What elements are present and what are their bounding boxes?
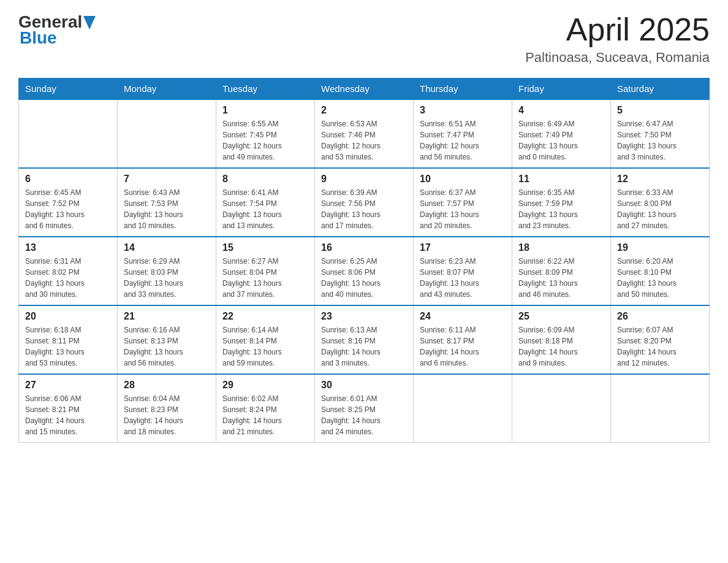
calendar-cell: 7Sunrise: 6:43 AM Sunset: 7:53 PM Daylig… [118,168,216,237]
day-info: Sunrise: 6:02 AM Sunset: 8:24 PM Dayligh… [222,393,308,437]
day-info: Sunrise: 6:51 AM Sunset: 7:47 PM Dayligh… [420,118,506,163]
day-number: 10 [420,174,506,185]
calendar-cell [512,374,611,443]
day-number: 13 [25,242,111,253]
day-info: Sunrise: 6:16 AM Sunset: 8:13 PM Dayligh… [124,324,210,369]
weekday-header-thursday: Thursday [414,79,512,100]
day-info: Sunrise: 6:33 AM Sunset: 8:00 PM Dayligh… [617,187,703,231]
location-title: Paltinoasa, Suceava, Romania [525,50,710,66]
weekday-header-sunday: Sunday [19,79,118,100]
calendar-cell: 26Sunrise: 6:07 AM Sunset: 8:20 PM Dayli… [611,305,710,374]
day-info: Sunrise: 6:41 AM Sunset: 7:54 PM Dayligh… [222,187,308,231]
calendar-cell: 12Sunrise: 6:33 AM Sunset: 8:00 PM Dayli… [611,168,710,237]
day-info: Sunrise: 6:37 AM Sunset: 7:57 PM Dayligh… [420,187,506,231]
calendar-week-row: 1Sunrise: 6:55 AM Sunset: 7:45 PM Daylig… [19,99,710,168]
calendar-cell [19,99,118,168]
weekday-header-monday: Monday [118,79,216,100]
day-number: 4 [518,105,604,116]
weekday-header-friday: Friday [512,79,611,100]
day-info: Sunrise: 6:01 AM Sunset: 8:25 PM Dayligh… [321,393,407,437]
calendar-cell: 16Sunrise: 6:25 AM Sunset: 8:06 PM Dayli… [315,237,414,305]
title-block: April 2025 Paltinoasa, Suceava, Romania [525,12,710,66]
calendar-cell: 27Sunrise: 6:06 AM Sunset: 8:21 PM Dayli… [19,374,118,443]
day-info: Sunrise: 6:47 AM Sunset: 7:50 PM Dayligh… [617,118,703,163]
logo-triangle-icon [83,16,96,29]
calendar-cell: 21Sunrise: 6:16 AM Sunset: 8:13 PM Dayli… [118,305,216,374]
calendar-cell: 3Sunrise: 6:51 AM Sunset: 7:47 PM Daylig… [414,99,512,168]
day-number: 5 [617,105,703,116]
day-info: Sunrise: 6:27 AM Sunset: 8:04 PM Dayligh… [222,256,308,300]
calendar-cell [414,374,512,443]
calendar-cell: 20Sunrise: 6:18 AM Sunset: 8:11 PM Dayli… [19,305,118,374]
calendar-cell: 2Sunrise: 6:53 AM Sunset: 7:46 PM Daylig… [315,99,414,168]
day-number: 23 [321,311,407,322]
weekday-header-wednesday: Wednesday [315,79,414,100]
calendar-cell [611,374,710,443]
day-number: 24 [420,311,506,322]
calendar-week-row: 6Sunrise: 6:45 AM Sunset: 7:52 PM Daylig… [19,168,710,237]
weekday-header-row: SundayMondayTuesdayWednesdayThursdayFrid… [19,79,710,100]
calendar-cell: 22Sunrise: 6:14 AM Sunset: 8:14 PM Dayli… [216,305,315,374]
day-info: Sunrise: 6:29 AM Sunset: 8:03 PM Dayligh… [124,256,210,300]
calendar-cell: 29Sunrise: 6:02 AM Sunset: 8:24 PM Dayli… [216,374,315,443]
day-info: Sunrise: 6:13 AM Sunset: 8:16 PM Dayligh… [321,324,407,369]
calendar-cell: 24Sunrise: 6:11 AM Sunset: 8:17 PM Dayli… [414,305,512,374]
day-info: Sunrise: 6:07 AM Sunset: 8:20 PM Dayligh… [617,324,703,369]
day-info: Sunrise: 6:31 AM Sunset: 8:02 PM Dayligh… [25,256,111,300]
day-number: 2 [321,105,407,116]
day-number: 27 [25,380,111,391]
day-number: 17 [420,242,506,253]
day-number: 21 [124,311,210,322]
day-number: 12 [617,174,703,185]
calendar-cell: 11Sunrise: 6:35 AM Sunset: 7:59 PM Dayli… [512,168,611,237]
calendar-cell: 15Sunrise: 6:27 AM Sunset: 8:04 PM Dayli… [216,237,315,305]
calendar-week-row: 20Sunrise: 6:18 AM Sunset: 8:11 PM Dayli… [19,305,710,374]
day-number: 14 [124,242,210,253]
calendar-cell: 5Sunrise: 6:47 AM Sunset: 7:50 PM Daylig… [611,99,710,168]
day-info: Sunrise: 6:20 AM Sunset: 8:10 PM Dayligh… [617,256,703,300]
day-info: Sunrise: 6:04 AM Sunset: 8:23 PM Dayligh… [124,393,210,437]
day-number: 7 [124,174,210,185]
day-info: Sunrise: 6:45 AM Sunset: 7:52 PM Dayligh… [25,187,111,231]
calendar-cell [118,99,216,168]
calendar-cell: 8Sunrise: 6:41 AM Sunset: 7:54 PM Daylig… [216,168,315,237]
day-info: Sunrise: 6:11 AM Sunset: 8:17 PM Dayligh… [420,324,506,369]
calendar-cell: 13Sunrise: 6:31 AM Sunset: 8:02 PM Dayli… [19,237,118,305]
day-info: Sunrise: 6:55 AM Sunset: 7:45 PM Dayligh… [222,118,308,163]
calendar-cell: 28Sunrise: 6:04 AM Sunset: 8:23 PM Dayli… [118,374,216,443]
logo-blue-text: Blue [20,28,57,48]
day-info: Sunrise: 6:14 AM Sunset: 8:14 PM Dayligh… [222,324,308,369]
logo: General Blue [18,12,96,48]
day-number: 1 [222,105,308,116]
day-number: 29 [222,380,308,391]
day-number: 30 [321,380,407,391]
day-info: Sunrise: 6:43 AM Sunset: 7:53 PM Dayligh… [124,187,210,231]
day-number: 25 [518,311,604,322]
day-info: Sunrise: 6:35 AM Sunset: 7:59 PM Dayligh… [518,187,604,231]
calendar-cell: 1Sunrise: 6:55 AM Sunset: 7:45 PM Daylig… [216,99,315,168]
day-info: Sunrise: 6:53 AM Sunset: 7:46 PM Dayligh… [321,118,407,163]
day-info: Sunrise: 6:49 AM Sunset: 7:49 PM Dayligh… [518,118,604,163]
day-number: 26 [617,311,703,322]
calendar-cell: 23Sunrise: 6:13 AM Sunset: 8:16 PM Dayli… [315,305,414,374]
calendar-cell: 14Sunrise: 6:29 AM Sunset: 8:03 PM Dayli… [118,237,216,305]
day-number: 8 [222,174,308,185]
day-number: 28 [124,380,210,391]
month-title: April 2025 [525,12,710,47]
day-number: 11 [518,174,604,185]
calendar-cell: 30Sunrise: 6:01 AM Sunset: 8:25 PM Dayli… [315,374,414,443]
day-number: 15 [222,242,308,253]
calendar-week-row: 13Sunrise: 6:31 AM Sunset: 8:02 PM Dayli… [19,237,710,305]
day-number: 18 [518,242,604,253]
day-number: 6 [25,174,111,185]
calendar-body: 1Sunrise: 6:55 AM Sunset: 7:45 PM Daylig… [19,99,710,443]
day-info: Sunrise: 6:23 AM Sunset: 8:07 PM Dayligh… [420,256,506,300]
calendar-cell: 6Sunrise: 6:45 AM Sunset: 7:52 PM Daylig… [19,168,118,237]
calendar-cell: 18Sunrise: 6:22 AM Sunset: 8:09 PM Dayli… [512,237,611,305]
calendar-cell: 4Sunrise: 6:49 AM Sunset: 7:49 PM Daylig… [512,99,611,168]
calendar-cell: 9Sunrise: 6:39 AM Sunset: 7:56 PM Daylig… [315,168,414,237]
calendar-cell: 17Sunrise: 6:23 AM Sunset: 8:07 PM Dayli… [414,237,512,305]
day-number: 9 [321,174,407,185]
calendar-header: SundayMondayTuesdayWednesdayThursdayFrid… [19,79,710,100]
day-info: Sunrise: 6:06 AM Sunset: 8:21 PM Dayligh… [25,393,111,437]
